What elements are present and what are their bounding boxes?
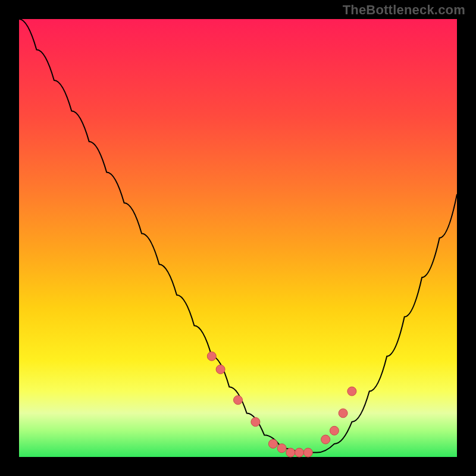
curve-marker [268,439,277,448]
curve-marker [277,444,286,453]
curve-marker [347,387,356,396]
curve-markers [207,352,356,457]
plot-area [19,19,457,457]
curve-marker [234,396,243,405]
curve-marker [251,418,260,427]
curve-marker [330,426,339,435]
curve-marker [216,365,225,374]
frame: TheBottleneck.com [0,0,476,476]
curve-marker [339,409,347,418]
watermark-text: TheBottleneck.com [343,2,465,18]
curve-marker [303,448,312,457]
chart-svg [19,19,457,457]
bottleneck-curve [19,19,457,453]
curve-marker [286,448,295,457]
curve-marker [321,435,330,444]
curve-marker [295,448,304,457]
curve-marker [207,352,216,361]
